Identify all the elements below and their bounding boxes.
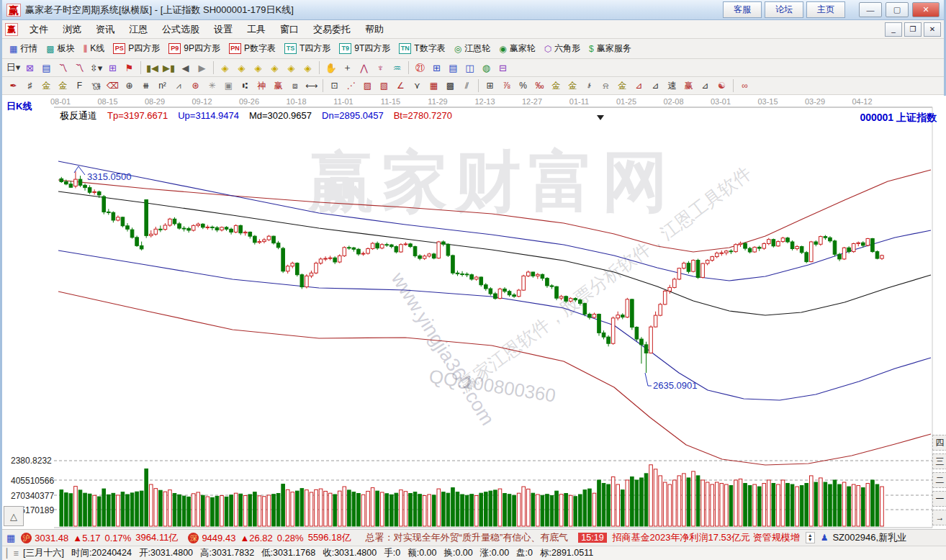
menu-item-9[interactable]: 帮助 <box>358 21 391 38</box>
ink-mark-icon[interactable]: ៛ <box>581 78 598 94</box>
j-angle-icon[interactable]: ⊿ <box>631 78 647 94</box>
wave-a-icon[interactable]: ⍾ <box>598 78 614 94</box>
shen-tool-icon[interactable]: 神 <box>253 78 270 94</box>
service-button[interactable]: 客服 <box>723 1 762 18</box>
toolbar-button-winner-service[interactable]: $赢家服务 <box>585 41 636 56</box>
calendar-icon[interactable]: ㉑ <box>412 60 428 76</box>
prev-bar-icon[interactable]: ◀ <box>177 60 194 76</box>
ying-angle-icon[interactable]: 赢 <box>680 78 697 94</box>
maximize-button[interactable]: ▢ <box>886 2 909 17</box>
notes-icon[interactable]: ▤ <box>445 60 461 76</box>
child-close-button[interactable]: ✕ <box>924 22 941 37</box>
angle-tool-icon[interactable]: ⋀ <box>356 60 372 76</box>
pane-tool-1[interactable]: 三 <box>932 453 946 469</box>
pane-tool-4[interactable]: → <box>932 510 946 525</box>
news-headline[interactable]: 总署：对实现全年外贸“质升量稳”有信心、有底气 <box>366 531 569 544</box>
forum-button[interactable]: 论坛 <box>765 1 803 18</box>
menu-item-1[interactable]: 浏览 <box>55 21 89 38</box>
kline-chart[interactable]: 3315.05002635.0901 <box>2 96 946 529</box>
pattern-box-icon[interactable]: ⊞ <box>104 60 121 76</box>
four-angle-icon[interactable]: ⊿ <box>697 78 713 94</box>
menu-item-0[interactable]: 文件 <box>22 21 55 38</box>
news-ticker[interactable]: 招商基金2023年净利润17.53亿元 资管规模增 <box>613 531 800 544</box>
span-measure-icon[interactable]: ⟷ <box>303 78 320 94</box>
speed-line-icon[interactable]: 速 <box>664 78 680 94</box>
grid-ruler-icon[interactable]: ⧈ <box>287 78 303 94</box>
diamond-left-icon[interactable]: ◈ <box>217 60 233 76</box>
toolbar-button-winner-wheel[interactable]: ◉赢家轮 <box>495 41 539 56</box>
parallel-lines-icon[interactable]: ⫽ <box>459 78 475 94</box>
pane-tool-0[interactable]: 四 <box>932 435 946 451</box>
web-icon[interactable]: ◍ <box>478 60 495 76</box>
h-marks-icon[interactable]: ⑆ <box>237 78 253 94</box>
mini-chart-9-icon[interactable]: 〽 <box>71 60 88 76</box>
n-squared-icon[interactable]: n² <box>154 78 171 94</box>
angle-a-icon[interactable]: ⩘ <box>171 78 187 94</box>
hline-set-icon[interactable]: ♯ <box>22 78 38 94</box>
menu-item-2[interactable]: 资讯 <box>89 21 122 38</box>
toolbar-button-t-number-table[interactable]: TNT数字表 <box>395 41 449 56</box>
mail-icon[interactable]: ⊟ <box>495 60 511 76</box>
percent-78-icon[interactable]: ⅞ <box>498 78 515 94</box>
gold-line-1-icon[interactable]: 金 <box>38 78 55 94</box>
wave-tool-icon[interactable]: ♒ <box>389 60 405 76</box>
next-bar-icon[interactable]: ▶ <box>194 60 210 76</box>
shade-box-2-icon[interactable]: ▧ <box>376 78 392 94</box>
menu-item-3[interactable]: 江恩 <box>122 21 155 38</box>
grid-tool-icon[interactable]: ♆ <box>372 60 389 76</box>
menu-item-4[interactable]: 公式选股 <box>155 21 207 38</box>
toolbar-button-gann-wheel[interactable]: ◎江恩轮 <box>450 41 495 56</box>
ray-fan-icon[interactable]: ⋰ <box>343 78 359 94</box>
pane-tool-2[interactable]: 二 <box>932 472 946 488</box>
infinity-icon[interactable]: ∞ <box>736 78 753 94</box>
toolbar-button-9t-square[interactable]: T99T四方形 <box>335 41 395 56</box>
period-day-dropdown-icon[interactable]: 日▾ <box>5 60 22 76</box>
minimize-button[interactable]: — <box>859 2 882 17</box>
gold-bars-icon[interactable]: 金 <box>564 78 581 94</box>
spiral-icon[interactable]: ᭛ <box>88 78 104 94</box>
ticker-stock[interactable]: SZ002946,新乳业 <box>832 531 906 544</box>
ticker-spinner[interactable]: ▲▼ <box>806 532 815 543</box>
first-page-icon[interactable]: ▮◀ <box>144 60 161 76</box>
home-button[interactable]: 主页 <box>806 1 845 18</box>
ruler-lines-icon[interactable]: ⧻ <box>138 78 154 94</box>
toolbar-button-9p-square[interactable]: P99P四方形 <box>164 41 225 56</box>
box-select-icon[interactable]: ▣ <box>220 78 237 94</box>
ying-tool-icon[interactable]: 赢 <box>270 78 287 94</box>
diamond-right-icon[interactable]: ◈ <box>233 60 250 76</box>
toolbar-button-quotes[interactable]: ▦行情 <box>5 41 42 56</box>
circle-cycle-icon[interactable]: ⊕ <box>121 78 138 94</box>
quote-list-icon[interactable]: ▤ <box>38 60 55 76</box>
volume-expand-button[interactable]: △ <box>4 506 24 526</box>
f-angle-icon[interactable]: ⊿ <box>647 78 664 94</box>
menu-item-7[interactable]: 窗口 <box>273 21 306 38</box>
toolbar-button-t-square[interactable]: TST四方形 <box>280 41 335 56</box>
diamond-compress-icon[interactable]: ◈ <box>299 60 316 76</box>
gold-circle-icon[interactable]: 金 <box>548 78 564 94</box>
percent-icon[interactable]: % <box>515 78 531 94</box>
diamond-up-icon[interactable]: ◈ <box>250 60 266 76</box>
net-chart-icon[interactable]: ⊠ <box>22 60 38 76</box>
f-line-icon[interactable]: F <box>71 78 88 94</box>
frame-tool-icon[interactable]: ⊡ <box>326 78 343 94</box>
grid-1-icon[interactable]: ▦ <box>425 78 442 94</box>
menu-item-5[interactable]: 设置 <box>207 21 240 38</box>
brush-icon[interactable]: ✒ <box>5 78 22 94</box>
save-icon[interactable]: ◫ <box>461 60 478 76</box>
star-burst-icon[interactable]: ✳ <box>204 78 220 94</box>
gann-fan-circle-icon[interactable]: ⊛ <box>187 78 204 94</box>
toolbar-button-hexagon[interactable]: ⬡六角形 <box>540 41 585 56</box>
diamond-expand-icon[interactable]: ◈ <box>283 60 299 76</box>
gold-line-2-icon[interactable]: 金 <box>55 78 71 94</box>
toolbar-button-p-number-table[interactable]: PNP数字表 <box>225 41 280 56</box>
toolbar-button-p-square[interactable]: PSP四方形 <box>109 41 164 56</box>
gold-angle-icon[interactable]: 金 <box>614 78 631 94</box>
mini-chart-3-icon[interactable]: 〽 <box>55 60 71 76</box>
toolbar-button-sectors[interactable]: ▩板块 <box>42 41 78 56</box>
cross-cursor-icon[interactable]: ＋ <box>339 60 356 76</box>
hand-tool-icon[interactable]: ✋ <box>323 60 339 76</box>
menu-item-8[interactable]: 交易委托 <box>306 21 358 38</box>
grid-2-icon[interactable]: ▩ <box>442 78 459 94</box>
permille-icon[interactable]: ‰ <box>531 78 548 94</box>
taiji-icon[interactable]: ☯ <box>713 78 730 94</box>
